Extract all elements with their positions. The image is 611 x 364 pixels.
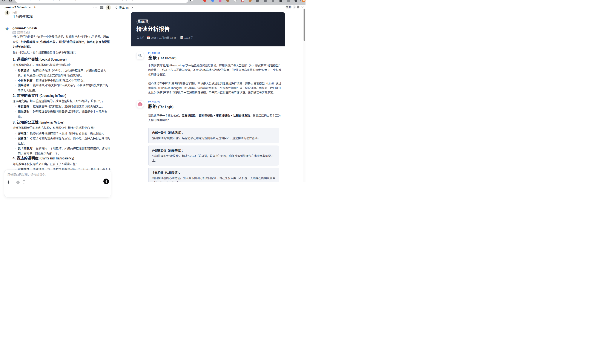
svg-text:17: 17 <box>148 37 149 39</box>
